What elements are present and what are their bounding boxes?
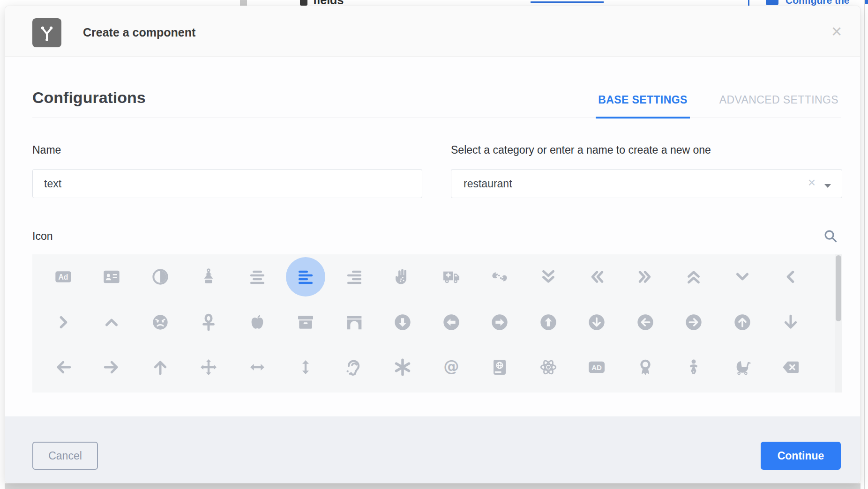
icon-arrow-right[interactable]: [88, 345, 136, 390]
icon-grid-container: Ad@AD: [32, 254, 842, 393]
name-label: Name: [32, 144, 61, 156]
icon-align-right[interactable]: [330, 254, 379, 300]
background-corner-fragment: [865, 0, 868, 4]
scrollbar-thumb[interactable]: [836, 255, 841, 321]
background-right-divider: [864, 0, 865, 489]
icon-apple-alt[interactable]: [233, 300, 282, 345]
tab-advanced-settings[interactable]: ADVANCED SETTINGS: [717, 94, 841, 119]
icon-air-freshener[interactable]: [185, 254, 233, 300]
category-select[interactable]: restaurant ×: [451, 169, 842, 198]
background-bottom-strip: [5, 483, 861, 489]
icon-label: Icon: [32, 230, 52, 243]
category-value: restaurant: [451, 178, 512, 190]
svg-text:@: @: [443, 358, 459, 375]
icon-asterisk[interactable]: [379, 345, 427, 390]
icon-arrow-circle-right[interactable]: [670, 300, 718, 345]
section-title: Configurations: [32, 89, 146, 107]
icon-align-center[interactable]: [233, 254, 282, 300]
icon-atom[interactable]: [524, 345, 573, 390]
icon-arrow-alt-circle-down[interactable]: [379, 300, 427, 345]
icon-angle-double-right[interactable]: [621, 254, 670, 300]
icon-arrow-circle-down[interactable]: [573, 300, 621, 345]
icon-archive[interactable]: [282, 300, 330, 345]
icon-backspace[interactable]: [767, 345, 816, 390]
icon-angle-up[interactable]: [88, 300, 136, 345]
icon-atlas[interactable]: [476, 345, 524, 390]
icon-arrows-alt[interactable]: [185, 345, 233, 390]
icon-american-sign-language-interpreting[interactable]: [476, 254, 524, 300]
icon-arrow-circle-left[interactable]: [621, 300, 670, 345]
icon-angle-left[interactable]: [767, 254, 816, 300]
category-label: Select a category or enter a name to cre…: [451, 144, 711, 156]
close-icon[interactable]: ×: [826, 21, 847, 42]
icon-arrow-alt-circle-right[interactable]: [476, 300, 524, 345]
settings-tabs: BASE SETTINGSADVANCED SETTINGS: [596, 94, 841, 119]
icon-arrow-left[interactable]: [39, 345, 88, 390]
caret-down-icon[interactable]: [824, 182, 831, 190]
icon-archway[interactable]: [330, 300, 379, 345]
search-icon[interactable]: [823, 228, 838, 244]
icon-angle-double-up[interactable]: [670, 254, 718, 300]
modal-footer: Cancel Continue: [5, 416, 860, 483]
icon-angry[interactable]: [136, 300, 185, 345]
clear-x-icon[interactable]: ×: [808, 176, 816, 189]
icon-arrow-down[interactable]: [767, 300, 816, 345]
icon-angle-double-left[interactable]: [573, 254, 621, 300]
icon-assistive-listening-systems[interactable]: [330, 345, 379, 390]
icon-angle-down[interactable]: [718, 254, 767, 300]
icon-arrow-circle-up[interactable]: [718, 300, 767, 345]
icon-audio-description[interactable]: AD: [573, 345, 621, 390]
icon-ad[interactable]: Ad: [39, 254, 88, 300]
background-tab-underline: [531, 1, 604, 3]
tab-base-settings[interactable]: BASE SETTINGS: [596, 94, 690, 119]
icon-award[interactable]: [621, 345, 670, 390]
background-link-icon: [766, 0, 778, 5]
continue-button[interactable]: Continue: [761, 442, 841, 470]
icon-allergies[interactable]: [379, 254, 427, 300]
icon-address-card[interactable]: [88, 254, 136, 300]
svg-text:Ad: Ad: [58, 274, 68, 282]
modal-header: Create a component ×: [5, 6, 860, 57]
background-char-fragment: [300, 0, 307, 6]
component-branch-icon: [32, 18, 61, 47]
icon-adjust[interactable]: [136, 254, 185, 300]
icon-grid: Ad@AD: [39, 254, 842, 390]
create-component-modal: Create a component × Configurations BASE…: [5, 6, 861, 483]
icon-align-left[interactable]: [282, 254, 330, 300]
icon-ankh[interactable]: [185, 300, 233, 345]
background-scroll-fragment: [240, 0, 247, 6]
selected-icon-highlight: [286, 257, 325, 296]
icon-arrow-alt-circle-up[interactable]: [524, 300, 573, 345]
icon-angle-double-down[interactable]: [524, 254, 573, 300]
svg-text:AD: AD: [591, 363, 602, 371]
icon-baby-carriage[interactable]: [718, 345, 767, 390]
cancel-button[interactable]: Cancel: [32, 442, 98, 470]
icon-arrow-alt-circle-left[interactable]: [427, 300, 476, 345]
icon-ambulance[interactable]: [427, 254, 476, 300]
icon-arrows-alt-v[interactable]: [282, 345, 330, 390]
scrollbar-track[interactable]: [835, 254, 842, 393]
icon-at[interactable]: @: [427, 345, 476, 390]
name-input[interactable]: [32, 169, 422, 198]
icon-baby[interactable]: [670, 345, 718, 390]
icon-angle-right[interactable]: [39, 300, 88, 345]
modal-title: Create a component: [83, 26, 195, 39]
background-blue-bar: [748, 0, 749, 6]
icon-arrow-up[interactable]: [136, 345, 185, 390]
icon-arrows-alt-h[interactable]: [233, 345, 282, 390]
